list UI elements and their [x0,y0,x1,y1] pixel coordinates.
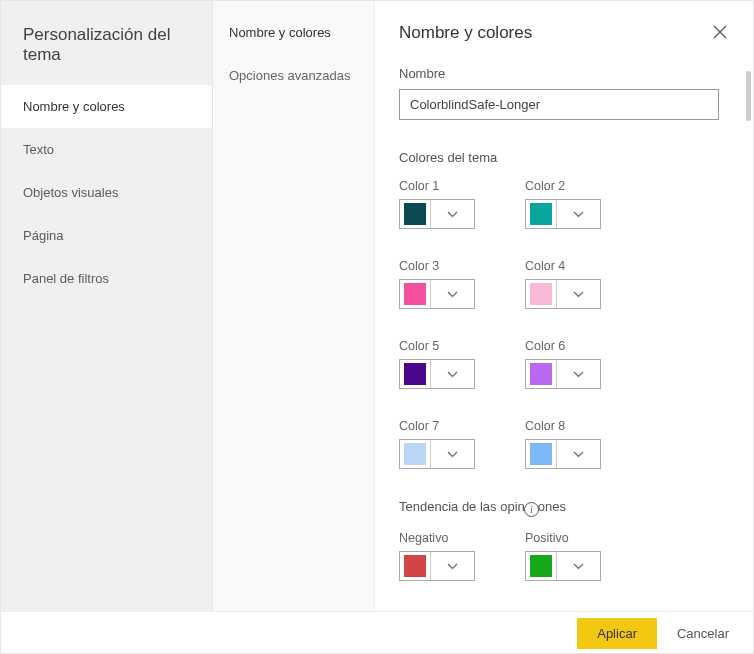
theme-color-picker-7[interactable] [525,439,601,469]
chevron-down-icon [556,280,600,308]
theme-color-label-1: Color 2 [525,179,607,193]
name-label: Nombre [399,66,729,81]
theme-color-label-4: Color 5 [399,339,481,353]
theme-color-swatch-6 [404,443,426,465]
theme-color-label-2: Color 3 [399,259,481,273]
apply-button[interactable]: Aplicar [577,618,657,649]
chevron-down-icon [556,200,600,228]
theme-color-swatch-0 [404,203,426,225]
chevron-down-icon [430,280,474,308]
theme-color-picker-3[interactable] [525,279,601,309]
cancel-button[interactable]: Cancelar [673,618,733,649]
theme-color-label-6: Color 7 [399,419,481,433]
theme-color-swatch-4 [404,363,426,385]
theme-color-picker-2[interactable] [399,279,475,309]
sidebar-left: Personalización del tema Nombre y colore… [1,1,213,611]
theme-color-field-7: Color 8 [525,419,607,469]
sidebar-item-filter-panel[interactable]: Panel de filtros [1,257,212,300]
sidebar-item-visuals[interactable]: Objetos visuales [1,171,212,214]
footer: Aplicar Cancelar [1,611,753,654]
theme-color-swatch-2 [404,283,426,305]
sidebar-mid: Nombre y colores Opciones avanzadas [213,1,375,611]
theme-color-picker-5[interactable] [525,359,601,389]
opinion-color-label-1: Positivo [525,531,607,545]
theme-color-label-5: Color 6 [525,339,607,353]
chevron-down-icon [430,552,474,580]
sidebar-item-text[interactable]: Texto [1,128,212,171]
theme-color-field-3: Color 4 [525,259,607,309]
chevron-down-icon [556,440,600,468]
theme-color-field-5: Color 6 [525,339,607,389]
theme-color-field-4: Color 5 [399,339,481,389]
name-input[interactable] [399,89,719,120]
sidebar-title: Personalización del tema [1,1,212,85]
theme-color-picker-6[interactable] [399,439,475,469]
mid-item-name-colors[interactable]: Nombre y colores [213,1,374,56]
opinion-color-field-1: Positivo [525,531,607,581]
chevron-down-icon [430,440,474,468]
info-icon[interactable]: i [524,502,539,517]
theme-color-picker-1[interactable] [525,199,601,229]
opinion-color-picker-0[interactable] [399,551,475,581]
opinion-colors-grid: NegativoPositivoNeutro [399,531,729,611]
opinion-trend-label: Tendencia de las opiniones [399,499,566,514]
theme-color-label-3: Color 4 [525,259,607,273]
theme-color-swatch-3 [530,283,552,305]
opinion-color-label-0: Negativo [399,531,481,545]
theme-color-field-2: Color 3 [399,259,481,309]
mid-item-advanced[interactable]: Opciones avanzadas [213,56,374,99]
theme-color-swatch-5 [530,363,552,385]
theme-color-label-0: Color 1 [399,179,481,193]
sidebar-item-page[interactable]: Página [1,214,212,257]
theme-color-swatch-7 [530,443,552,465]
theme-color-label-7: Color 8 [525,419,607,433]
theme-color-picker-4[interactable] [399,359,475,389]
opinion-color-swatch-1 [530,555,552,577]
theme-colors-label: Colores del tema [399,150,729,165]
chevron-down-icon [430,200,474,228]
chevron-down-icon [556,360,600,388]
theme-color-swatch-1 [530,203,552,225]
page-title: Nombre y colores [399,23,532,43]
theme-color-field-6: Color 7 [399,419,481,469]
scrollbar[interactable] [746,71,751,121]
opinion-label-row: Tendencia de las opiniones [399,499,729,517]
theme-color-picker-0[interactable] [399,199,475,229]
theme-color-field-1: Color 2 [525,179,607,229]
theme-color-field-0: Color 1 [399,179,481,229]
close-icon[interactable] [711,23,729,44]
theme-colors-grid: Color 1Color 2Color 3Color 4Color 5Color… [399,179,729,469]
opinion-color-picker-1[interactable] [525,551,601,581]
main-pane: Nombre y colores Nombre Colores del tema… [375,1,753,611]
chevron-down-icon [430,360,474,388]
chevron-down-icon [556,552,600,580]
opinion-color-field-0: Negativo [399,531,481,581]
opinion-color-swatch-0 [404,555,426,577]
sidebar-item-name-colors[interactable]: Nombre y colores [1,85,212,128]
